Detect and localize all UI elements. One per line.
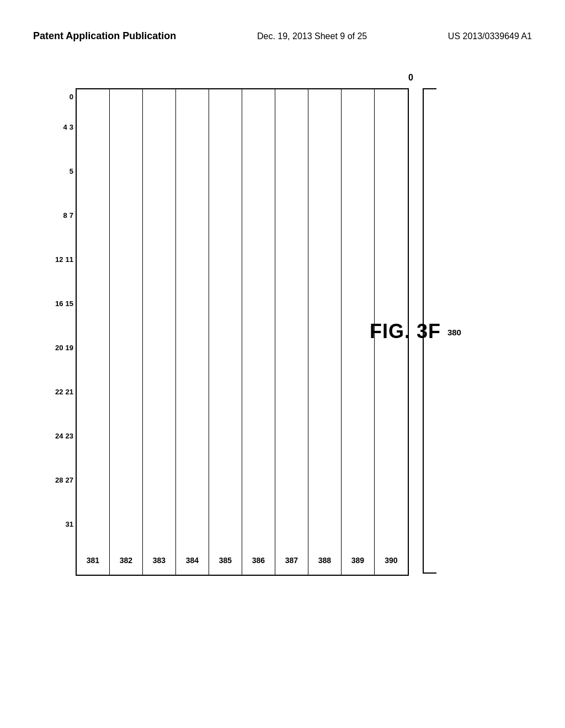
bracket-top [423, 88, 436, 89]
bracket-bottom [423, 572, 436, 574]
axis-num: 5 [70, 168, 73, 175]
patent-number: US 2013/0339649 A1 [448, 31, 532, 41]
axis-num: 16 [55, 300, 63, 307]
col-label-382: 382 [120, 556, 132, 565]
axis-labels: 0 4 3 5 8 7 12 11 16 15 20 19 22 21 [55, 88, 73, 546]
axis-num: 22 [55, 388, 63, 395]
axis-num: 24 [55, 432, 63, 440]
col-390: 390 [375, 89, 408, 575]
col-389: 389 [342, 89, 375, 575]
axis-num: 0 [70, 93, 73, 100]
ref-380-label: 380 [447, 328, 461, 337]
axis-num: 7 [70, 212, 73, 219]
axis-group-1615: 16 15 [55, 281, 73, 325]
main-diagram: 381 382 383 384 385 386 387 388 [76, 88, 409, 576]
col-label-388: 388 [318, 556, 331, 565]
axis-group-87: 8 7 [63, 193, 73, 237]
axis-num: 23 [65, 432, 73, 440]
bracket-vert [423, 89, 424, 572]
axis-group-2827: 28 27 [55, 458, 73, 502]
diagram-wrapper: 381 382 383 384 385 386 387 388 [76, 88, 409, 576]
axis-num: 3 [70, 124, 73, 131]
axis-group-1211: 12 11 [55, 237, 73, 281]
col-387: 387 [275, 89, 308, 575]
zero-label: 0 [408, 73, 413, 83]
col-label-390: 390 [385, 556, 397, 565]
axis-group-2019: 20 19 [55, 325, 73, 370]
axis-group-43: 4 3 [63, 105, 73, 149]
axis-num: 19 [65, 344, 73, 351]
col-label-385: 385 [219, 556, 232, 565]
axis-num: 28 [55, 477, 63, 484]
axis-group-31: 31 [65, 502, 73, 546]
axis-num: 4 [63, 124, 67, 131]
bracket-380 [423, 88, 436, 574]
col-386: 386 [242, 89, 275, 575]
col-label-386: 386 [252, 556, 265, 565]
axis-num: 20 [55, 344, 63, 351]
axis-num: 21 [65, 388, 73, 395]
axis-num: 27 [65, 477, 73, 484]
col-label-381: 381 [87, 556, 99, 565]
col-label-383: 383 [153, 556, 166, 565]
col-label-389: 389 [351, 556, 364, 565]
sheet-info: Dec. 19, 2013 Sheet 9 of 25 [257, 31, 367, 41]
axis-group-0: 0 [70, 88, 73, 105]
col-label-384: 384 [186, 556, 199, 565]
page-header: Patent Application Publication Dec. 19, … [0, 30, 565, 42]
axis-group-2221: 22 21 [55, 370, 73, 414]
col-385: 385 [209, 89, 242, 575]
col-383: 383 [143, 89, 176, 575]
axis-num: 11 [65, 256, 73, 263]
col-382: 382 [110, 89, 143, 575]
axis-group-2423: 24 23 [55, 414, 73, 458]
diagram-container: 0 4 3 5 8 7 12 11 16 15 20 19 22 21 [55, 88, 409, 576]
col-384: 384 [176, 89, 209, 575]
axis-num: 15 [65, 300, 73, 307]
publication-title: Patent Application Publication [33, 30, 176, 42]
axis-num: 8 [63, 212, 67, 219]
col-388: 388 [308, 89, 342, 575]
col-381: 381 [77, 89, 110, 575]
axis-num: 31 [65, 521, 73, 528]
axis-num: 12 [55, 256, 63, 263]
col-label-387: 387 [285, 556, 298, 565]
axis-group-5: 5 [70, 149, 73, 193]
